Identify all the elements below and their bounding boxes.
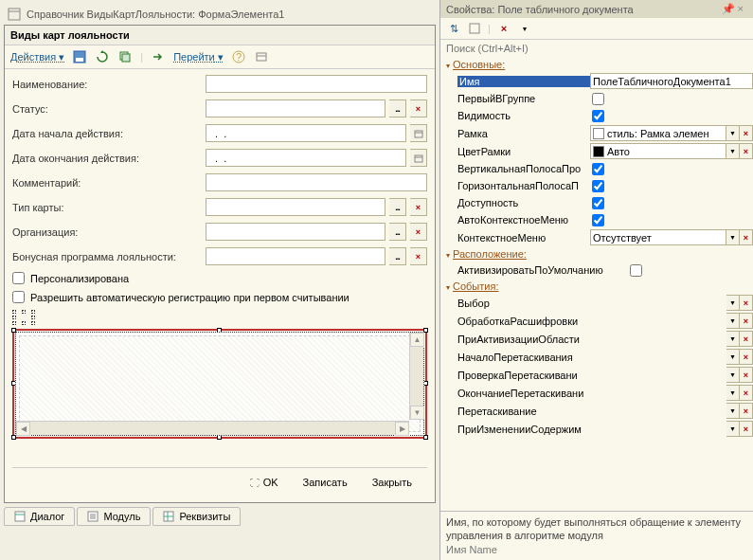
- date-start-calendar-button[interactable]: [410, 124, 427, 142]
- svg-rect-0: [9, 9, 20, 20]
- close-button[interactable]: Закрыть: [363, 474, 421, 491]
- save-button[interactable]: Записать: [294, 474, 357, 491]
- form-container: Виды карт лояльности Действия ▾ | Перейт…: [4, 25, 436, 503]
- event-activate-area: ПриАктивизацииОбласти: [457, 334, 590, 345]
- prop-context-menu-dd[interactable]: ▼: [726, 229, 740, 245]
- status-select-button[interactable]: ...: [389, 99, 406, 117]
- doc-hscrollbar[interactable]: ◀ ▶: [16, 421, 409, 435]
- event-drag-dd[interactable]: ▼: [726, 403, 740, 419]
- table-document-field[interactable]: ▲ ▼ ◀ ▶: [12, 329, 427, 439]
- status-clear-button[interactable]: ×: [410, 99, 427, 117]
- event-drag-end-x[interactable]: ×: [740, 385, 753, 401]
- help-icon[interactable]: ?: [231, 49, 246, 64]
- event-drag-x[interactable]: ×: [740, 403, 753, 419]
- props-search-input[interactable]: [444, 42, 749, 55]
- copy-icon[interactable]: [117, 49, 133, 64]
- prop-name-input[interactable]: [590, 73, 753, 89]
- event-drag-end-dd[interactable]: ▼: [726, 385, 740, 401]
- refresh-icon[interactable]: [95, 49, 110, 64]
- prop-availability-cb[interactable]: [592, 197, 604, 209]
- event-selection-dd[interactable]: ▼: [726, 295, 740, 311]
- props-toolbar: ⇅ | × ▼: [440, 18, 753, 40]
- filter-icon[interactable]: [467, 21, 482, 36]
- tab-module[interactable]: Модуль: [77, 507, 151, 526]
- tab-requisites[interactable]: Реквизиты: [152, 507, 241, 526]
- org-select-button[interactable]: ...: [389, 223, 406, 241]
- prop-frame-dd[interactable]: ▼: [726, 125, 740, 141]
- prop-hscroll-cb[interactable]: [592, 180, 604, 192]
- event-drag-start-x[interactable]: ×: [740, 349, 753, 365]
- event-detail-x[interactable]: ×: [740, 313, 753, 329]
- event-selection-x[interactable]: ×: [740, 295, 753, 311]
- event-content-x[interactable]: ×: [740, 421, 753, 437]
- event-content-dd[interactable]: ▼: [726, 421, 740, 437]
- doc-vscrollbar[interactable]: ▲ ▼: [409, 333, 423, 420]
- goto-menu[interactable]: Перейти ▾: [173, 51, 224, 63]
- arrow-icon[interactable]: [151, 49, 166, 64]
- name-input[interactable]: [206, 75, 427, 93]
- prop-frame-color-clear[interactable]: ×: [740, 143, 753, 159]
- settings-icon[interactable]: [254, 49, 269, 64]
- event-detail-dd[interactable]: ▼: [726, 313, 740, 329]
- date-end-label: Дата окончания действия:: [12, 153, 202, 164]
- date-end-calendar-button[interactable]: [410, 149, 427, 167]
- prop-vscroll-cb[interactable]: [592, 163, 604, 175]
- frame-swatch-icon: [593, 128, 604, 139]
- section-events[interactable]: События:: [440, 279, 753, 294]
- props-title: Свойства: Поле табличного документа: [446, 4, 634, 15]
- bonus-clear-button[interactable]: ×: [410, 247, 427, 265]
- sort-icon[interactable]: ⇅: [446, 21, 461, 36]
- form-icon: [8, 8, 21, 21]
- section-layout[interactable]: Расположение:: [440, 246, 753, 262]
- event-activate-dd[interactable]: ▼: [726, 331, 740, 347]
- prop-availability: Доступность: [457, 197, 590, 208]
- event-content-change: ПриИзмененииСодержим: [457, 424, 590, 435]
- event-drag-check-x[interactable]: ×: [740, 367, 753, 383]
- date-end-input[interactable]: [206, 149, 406, 167]
- section-main[interactable]: Основные:: [440, 57, 753, 72]
- bonus-input[interactable]: [206, 247, 385, 265]
- event-activate-x[interactable]: ×: [740, 331, 753, 347]
- org-clear-button[interactable]: ×: [410, 223, 427, 241]
- prop-context-menu-input[interactable]: [590, 229, 726, 245]
- comment-input[interactable]: [206, 173, 427, 191]
- prop-context-menu: КонтекстноеМеню: [457, 232, 590, 244]
- pin-icon[interactable]: 📌 ×: [718, 3, 747, 15]
- status-input[interactable]: [206, 99, 385, 117]
- prop-frame: Рамка: [457, 128, 590, 139]
- svg-rect-23: [470, 24, 479, 33]
- bonus-select-button[interactable]: ...: [389, 247, 406, 265]
- prop-frame-color-dd[interactable]: ▼: [726, 143, 740, 159]
- props-search[interactable]: [440, 40, 753, 57]
- status-label: Статус:: [12, 103, 202, 115]
- ok-button[interactable]: OK: [241, 474, 288, 491]
- prop-activate-default-cb[interactable]: [630, 264, 642, 277]
- prop-first-in-group-cb[interactable]: [592, 93, 604, 105]
- clear-icon[interactable]: ×: [496, 21, 511, 36]
- selection-marker: [12, 310, 35, 325]
- prop-hscroll: ГоризонтальнаяПолосаП: [457, 180, 590, 191]
- prop-auto-context-cb[interactable]: [592, 214, 604, 226]
- prop-context-menu-clear[interactable]: ×: [740, 229, 753, 245]
- props-description: Имя, по которому будет выполняться обращ…: [440, 511, 753, 560]
- bottom-tabs: Диалог Модуль Реквизиты: [4, 507, 436, 526]
- prop-frame-clear[interactable]: ×: [740, 125, 753, 141]
- card-type-input[interactable]: [206, 198, 385, 216]
- dropdown-icon[interactable]: ▼: [517, 21, 532, 36]
- date-start-input[interactable]: [206, 124, 406, 142]
- prop-visibility-cb[interactable]: [592, 110, 604, 122]
- event-drag: Перетаскивание: [457, 406, 590, 417]
- prop-name-label[interactable]: Имя: [457, 76, 590, 87]
- tab-dialog[interactable]: Диалог: [4, 507, 75, 526]
- org-label: Организация:: [12, 226, 202, 238]
- org-input[interactable]: [206, 223, 385, 241]
- card-type-clear-button[interactable]: ×: [410, 198, 427, 216]
- save-icon[interactable]: [72, 49, 87, 64]
- personalized-checkbox[interactable]: [12, 272, 25, 284]
- prop-frame-color: ЦветРамки: [457, 146, 590, 157]
- actions-menu[interactable]: Действия ▾: [10, 51, 64, 63]
- auto-reg-checkbox[interactable]: [12, 291, 25, 303]
- event-drag-start-dd[interactable]: ▼: [726, 349, 740, 365]
- event-drag-check-dd[interactable]: ▼: [726, 367, 740, 383]
- card-type-select-button[interactable]: ...: [389, 198, 406, 216]
